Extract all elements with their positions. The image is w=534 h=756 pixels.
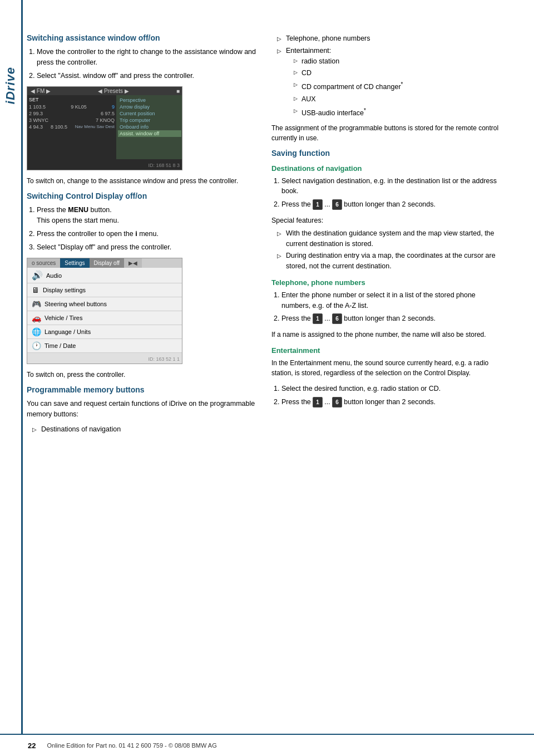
settings-item-vehicle: 🚗 Vehicle / Tires — [27, 311, 182, 325]
dest-step-2: Press the 1 ... 6 button longer than 2 s… — [281, 199, 505, 210]
sub-usb: USB-audio interface* — [294, 106, 505, 119]
settings-item-display: 🖥 Display settings — [27, 283, 182, 297]
tab-nav: ▶◀ — [124, 258, 142, 268]
footer-copyright: Online Edition for Part no. 01 41 2 600 … — [47, 742, 216, 749]
radio-row-3: 3 WNYC 7 KNOQ — [29, 117, 115, 124]
menu-item-position: Current position — [118, 110, 181, 117]
sub-cd: CD — [294, 68, 505, 78]
side-tab: iDrive — [0, 0, 21, 756]
display-label: Display settings — [43, 287, 86, 293]
entertainment-steps: Select the desired function, e.g. radio … — [271, 384, 505, 408]
settings-item-audio: 🔊 Audio — [27, 268, 182, 283]
ent-note: In the Entertainment menu, the sound sou… — [271, 358, 505, 378]
main-content: Switching assistance window off/on Move … — [21, 0, 534, 756]
steering-label: Steering wheel buttons — [44, 301, 107, 307]
settings-item-steering: 🎮 Steering wheel buttons — [27, 297, 182, 311]
left-column: Switching assistance window off/on Move … — [27, 33, 260, 739]
settings-screenshot-bar: ID: 163 52 1 1 — [27, 353, 182, 364]
screenshot-id-1: ID: 168 51 8 3 — [148, 163, 180, 168]
menu-item-arrow: Arrow display — [118, 104, 181, 110]
sub-aux: AUX — [294, 94, 505, 105]
audio-label: Audio — [46, 272, 62, 279]
section-heading-assistance: Switching assistance window off/on — [27, 33, 260, 42]
programmable-bullets: Destinations of navigation — [27, 424, 260, 435]
btn-tel-1: 1 — [313, 313, 323, 324]
radio-fm-label: ◀ FM ▶ — [31, 88, 51, 94]
station-1-num: 9 — [112, 104, 115, 110]
subheading-entertainment: Entertainment — [271, 346, 505, 355]
tel-step-2: Press the 1 ... 6 button longer than 2 s… — [281, 313, 505, 324]
tel-note: If a name is assigned to the phone numbe… — [271, 330, 505, 340]
radio-screen-inner: ◀ FM ▶ ◀ Presets ▶ ■ SET 1 103.5 9 KL05 … — [27, 87, 182, 159]
destinations-steps: Select navigation destination, e.g. in t… — [271, 176, 505, 210]
section-assistance: Switching assistance window off/on Move … — [27, 33, 260, 186]
display-step-3: Select "Display off" and press the contr… — [37, 242, 260, 253]
time-label: Time / Date — [44, 342, 76, 349]
btn-ent-1: 1 — [313, 397, 323, 408]
btn-tel-6: 6 — [332, 313, 342, 324]
page-number: 22 — [28, 742, 36, 750]
section-heading-programmable: Programmable memory buttons — [27, 385, 260, 394]
station-2-freq: 2 99.3 — [29, 111, 43, 116]
steering-icon: 🎮 — [32, 300, 41, 308]
special-bullet-2: During destination entry via a map, the … — [277, 251, 505, 272]
display-step-2: Press the controller to open the i menu. — [37, 229, 260, 239]
radio-right-panel: Perspective Arrow display Current positi… — [116, 95, 182, 159]
tel-step-1: Enter the phone number or select it in a… — [281, 290, 505, 311]
time-icon: 🕐 — [32, 341, 41, 350]
assignment-note: The assignment of the programmable butto… — [271, 123, 505, 143]
screenshot-id-2: ID: 163 52 1 1 — [148, 356, 180, 362]
tab-settings: Settings — [60, 258, 89, 268]
radio-corner: ■ — [176, 88, 180, 94]
ent-step-1: Select the desired function, e.g. radio … — [281, 384, 505, 394]
station-4-extra: Nav Menu Sav Dest — [75, 124, 115, 130]
assistance-step-1: Move the controller to the right to chan… — [37, 47, 260, 68]
settings-screenshot: o sources Settings Display off ▶◀ 🔊 Audi… — [27, 258, 182, 364]
section-heading-display: Switching Control Display off/on — [27, 192, 260, 200]
radio-row-2: 2 99.3 6 97.5 — [29, 110, 115, 117]
language-icon: 🌐 — [32, 327, 41, 336]
special-bullets: With the destination guidance system and… — [271, 228, 505, 272]
section-display: Switching Control Display off/on Press t… — [27, 192, 260, 380]
ent-step-2: Press the 1 ... 6 button longer than 2 s… — [281, 397, 505, 408]
radio-left-panel: SET 1 103.5 9 KL05 9 2 99.3 6 97.5 — [27, 95, 116, 159]
bullet-destinations: Destinations of navigation — [32, 424, 260, 435]
bullet-telephone: Telephone, phone numbers — [277, 33, 505, 44]
station-1-name: 9 KL05 — [71, 104, 87, 110]
display-steps: Press the MENU button.This opens the sta… — [27, 205, 260, 252]
sub-cd-changer: CD compartment of CD changer* — [294, 80, 505, 92]
radio-row-1: 1 103.5 9 KL05 9 — [29, 104, 115, 110]
station-1-freq: 1 103.5 — [29, 104, 46, 110]
subheading-telephone: Telephone, phone numbers — [271, 278, 505, 287]
vehicle-label: Vehicle / Tires — [44, 315, 82, 321]
tab-sources: o sources — [27, 258, 60, 268]
special-bullet-1: With the destination guidance system and… — [277, 228, 505, 249]
station-3-freq: 3 WNYC — [29, 117, 48, 123]
btn-1-indicator: 1 — [313, 199, 323, 210]
assistance-caption: To switch on, change to the assistance w… — [27, 176, 260, 186]
dest-step-1: Select navigation destination, e.g. in t… — [281, 176, 505, 197]
btn-6-indicator: 6 — [332, 199, 342, 210]
vehicle-icon: 🚗 — [32, 313, 41, 322]
right-column: Telephone, phone numbers Entertainment: … — [271, 33, 505, 739]
menu-item-onboard: Onboard info — [118, 124, 181, 130]
assistance-steps: Move the controller to the right to chan… — [27, 47, 260, 81]
telephone-steps: Enter the phone number or select it in a… — [271, 290, 505, 325]
menu-item-perspective: Perspective — [118, 97, 181, 104]
station-3-name: 7 KNOQ — [96, 117, 115, 123]
set-label: SET — [29, 97, 115, 102]
language-label: Language / Units — [44, 328, 91, 335]
right-bullets-main: Telephone, phone numbers Entertainment: … — [271, 33, 505, 119]
left-border — [21, 0, 23, 734]
side-tab-label: iDrive — [3, 67, 18, 104]
assistance-step-2: Select "Assist. window off" and press th… — [37, 71, 260, 81]
radio-preset-label: ◀ Presets ▶ — [98, 88, 128, 94]
settings-item-time: 🕐 Time / Date — [27, 339, 182, 353]
settings-tab-bar: o sources Settings Display off ▶◀ — [27, 258, 182, 268]
radio-row-4: 4 94.3 8 100.5 Nav Menu Sav Dest — [29, 124, 115, 130]
radio-body: SET 1 103.5 9 KL05 9 2 99.3 6 97.5 — [27, 95, 182, 159]
bullet-entertainment: Entertainment: radio station CD CD compa… — [277, 46, 505, 119]
programmable-intro: You can save and request certain functio… — [27, 399, 260, 420]
footer-bar: 22 Online Edition for Part no. 01 41 2 6… — [0, 734, 534, 756]
station-2-name: 6 97.5 — [101, 111, 115, 116]
